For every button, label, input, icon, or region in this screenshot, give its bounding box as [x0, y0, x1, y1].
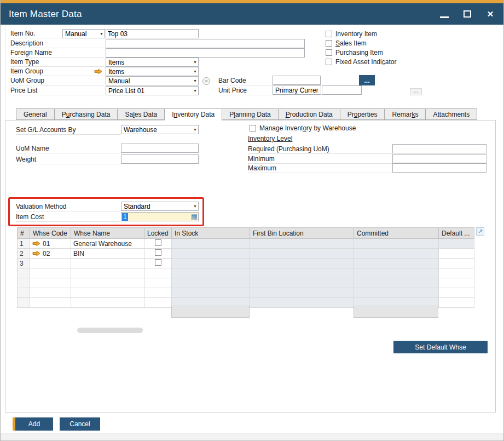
tab-remarks[interactable]: Remarks [385, 108, 426, 120]
tab-general[interactable]: General [16, 108, 55, 120]
flag-checkbox[interactable] [326, 31, 332, 37]
locked-cell[interactable] [144, 249, 172, 259]
maximum-input[interactable] [392, 163, 486, 173]
row-number[interactable] [18, 298, 30, 308]
whse-name-cell[interactable]: General Warehouse [71, 239, 144, 249]
tab-production-data[interactable]: Production Data [279, 108, 340, 120]
foreign-name-input[interactable] [106, 48, 305, 58]
default-cell [439, 288, 474, 298]
whse-name-cell[interactable]: BIN [71, 249, 144, 259]
whse-code-cell[interactable] [30, 288, 71, 298]
flag-checkbox[interactable] [326, 49, 332, 56]
committed-total-box [354, 306, 438, 318]
link-arrow-icon[interactable] [32, 250, 40, 256]
item-group-dropdown[interactable]: Items [106, 67, 199, 76]
whse-code-cell[interactable] [30, 268, 71, 278]
unit-price-currency-dropdown[interactable]: Primary Currer [273, 85, 321, 95]
item-type-dropdown[interactable]: Items [106, 58, 199, 67]
set-default-whse-button[interactable]: Set Default Whse [393, 341, 488, 353]
table-row [18, 278, 474, 288]
row-number[interactable] [18, 288, 30, 298]
add-button[interactable]: Add [13, 417, 53, 431]
default-cell [439, 249, 474, 259]
calculator-icon[interactable]: ▦ [191, 213, 198, 220]
close-button[interactable]: ✕ [485, 3, 495, 25]
minimize-button[interactable] [439, 3, 449, 25]
whse-code-cell[interactable]: 02 [30, 249, 71, 259]
bar-code-input[interactable] [273, 76, 321, 85]
flag-checkbox[interactable] [326, 40, 332, 47]
bar-code-browse-button[interactable]: ... [359, 75, 375, 85]
tab-purchasing-data[interactable]: Purchasing Data [55, 108, 118, 120]
whse-name-cell[interactable] [71, 298, 144, 308]
in-stock-total-box [171, 306, 250, 318]
item-cost-field[interactable]: 1 ▦ [121, 212, 199, 221]
locked-checkbox[interactable] [155, 259, 161, 266]
unit-price-input[interactable] [322, 85, 362, 95]
flag-checkbox[interactable] [326, 59, 332, 65]
horizontal-scrollbar-thumb[interactable] [77, 328, 143, 333]
locked-cell[interactable] [144, 259, 172, 268]
row-number[interactable]: 3 [18, 259, 30, 268]
item-no-mode-dropdown[interactable]: Manual [62, 29, 105, 38]
manage-inventory-checkbox[interactable] [250, 125, 256, 131]
expand-table-icon[interactable]: ↗ [476, 227, 484, 236]
cancel-button[interactable]: Cancel [60, 417, 100, 431]
maximize-button[interactable] [462, 3, 472, 25]
default-cell [439, 298, 474, 308]
locked-cell[interactable] [144, 239, 172, 249]
whse-code-cell[interactable]: 01 [30, 239, 71, 249]
tab-sales-data[interactable]: Sales Data [118, 108, 165, 120]
col-locked[interactable]: Locked [144, 228, 172, 239]
row-number[interactable]: 2 [18, 249, 30, 259]
uom-list-icon[interactable]: ≡ [202, 77, 210, 85]
col-[interactable]: # [18, 228, 30, 239]
minimize-icon [440, 16, 449, 18]
whse-name-cell[interactable] [71, 278, 144, 288]
price-list-dropdown[interactable]: Price List 01 [106, 86, 199, 95]
col-default[interactable]: Default ... [439, 228, 474, 239]
locked-cell[interactable] [144, 288, 172, 298]
item-group-link-arrow-icon[interactable] [94, 68, 102, 75]
item-no-input[interactable] [106, 29, 199, 38]
col-whse-code[interactable]: Whse Code [30, 228, 71, 239]
whse-code-cell[interactable] [30, 259, 71, 268]
row-number[interactable] [18, 268, 30, 278]
whse-name-cell[interactable] [71, 268, 144, 278]
uom-group-dropdown[interactable]: Manual [106, 76, 199, 85]
required-input[interactable] [392, 144, 486, 153]
locked-checkbox[interactable] [155, 249, 161, 256]
tab-inventory-data[interactable]: Inventory Data [165, 108, 222, 121]
whse-name-cell[interactable] [71, 259, 144, 268]
uom-name-input[interactable] [121, 144, 199, 153]
tab-properties[interactable]: Properties [340, 108, 385, 120]
whse-code-cell[interactable] [30, 298, 71, 308]
col-whse-name[interactable]: Whse Name [71, 228, 144, 239]
table-row: 3 [18, 259, 474, 268]
row-number[interactable]: 1 [18, 239, 30, 249]
set-gl-accounts-dropdown[interactable]: Warehouse [121, 125, 199, 134]
minimum-input[interactable] [392, 154, 486, 163]
col-committed[interactable]: Committed [354, 228, 439, 239]
window-footer [1, 433, 503, 440]
valuation-method-label: Valuation Method [16, 202, 121, 211]
locked-checkbox[interactable] [155, 239, 161, 246]
weight-input[interactable] [121, 154, 199, 164]
description-input[interactable] [106, 39, 305, 48]
table-row: 101General Warehouse [18, 239, 474, 249]
tab-attachments[interactable]: Attachments [426, 108, 477, 120]
locked-cell[interactable] [144, 298, 172, 308]
inventory-level-link[interactable]: Inventory Level [248, 135, 292, 142]
valuation-method-dropdown[interactable]: Standard [121, 202, 199, 211]
locked-cell[interactable] [144, 278, 172, 288]
link-arrow-icon[interactable] [32, 240, 40, 247]
whse-name-cell[interactable] [71, 288, 144, 298]
col-in-stock[interactable]: In Stock [172, 228, 250, 239]
row-number[interactable] [18, 278, 30, 288]
whse-code-cell[interactable] [30, 278, 71, 288]
tab-planning-data[interactable]: Planning Data [222, 108, 278, 120]
locked-cell[interactable] [144, 268, 172, 278]
unit-price-browse-button[interactable]: ... [410, 88, 422, 95]
window-controls: ✕ [439, 3, 495, 25]
col-first-bin-location[interactable]: First Bin Location [250, 228, 354, 239]
